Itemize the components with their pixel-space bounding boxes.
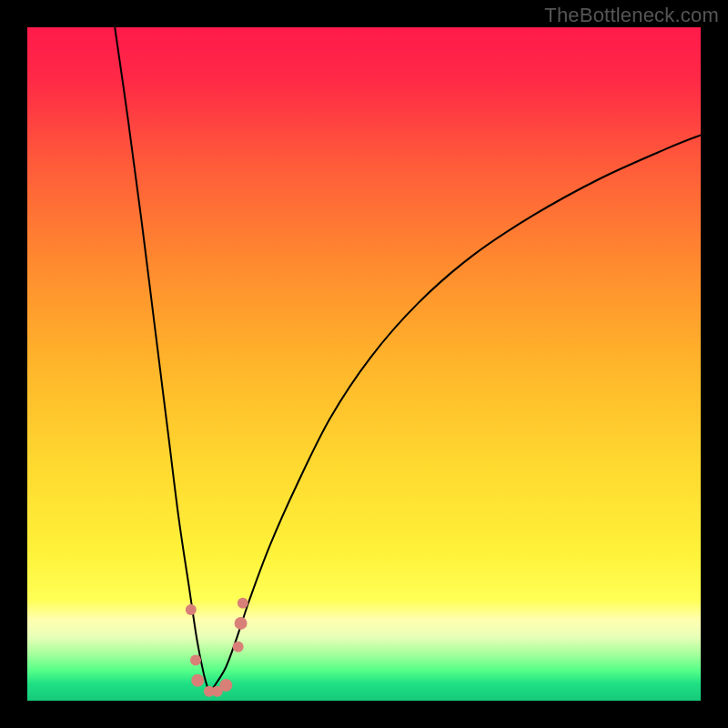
marker-dot — [186, 604, 197, 615]
chart-frame: TheBottleneck.com — [0, 0, 728, 728]
marker-dot — [190, 655, 201, 666]
marker-dot — [235, 617, 248, 630]
chart-svg — [27, 27, 701, 701]
watermark-text: TheBottleneck.com — [544, 4, 719, 27]
plot-area — [27, 27, 701, 701]
marker-dot — [191, 674, 204, 687]
marker-dot — [233, 642, 244, 652]
marker-dot — [219, 679, 232, 692]
marker-dot — [238, 598, 248, 609]
